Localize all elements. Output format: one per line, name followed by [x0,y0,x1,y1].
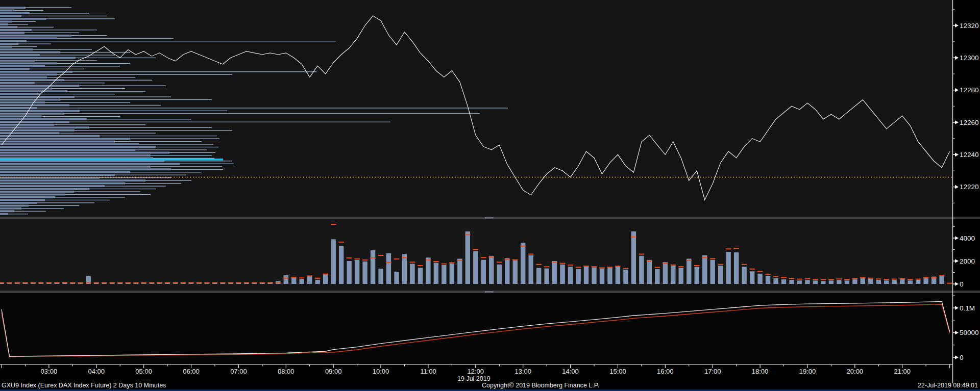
volume-bar [600,269,604,284]
profile-row [0,183,125,185]
axis-label: 12300 [960,54,979,62]
axis-label: 12220 [960,183,979,191]
volume-avg-dash [204,282,210,283]
time-axis-label: 08:00 [278,368,295,375]
volume-avg-dash [62,282,68,283]
profile-row-thin [0,108,508,108]
chart-svg[interactable]: 1232012300122801226012240122204000200000… [0,0,980,391]
volume-avg-dash [837,278,842,279]
volume-avg-dash [789,278,795,279]
volume-avg-dash [102,282,107,283]
bloomberg-chart[interactable]: 1232012300122801226012240122204000200000… [0,0,980,391]
volume-bar [544,269,549,284]
volume-avg-dash [813,279,818,280]
volume-avg-dash [465,234,471,235]
volume-bar [663,262,668,284]
volume-bar [607,267,612,284]
profile-row [0,174,115,176]
profile-row [0,124,54,126]
volume-bar [837,280,841,284]
volume-bar [331,239,335,284]
volume-bar [876,280,881,284]
divider-drag-handle[interactable] [485,218,494,219]
volume-avg-dash [267,282,273,283]
profile-row [0,20,12,22]
axis-label: 0 [960,280,964,288]
volume-bar [568,267,573,284]
profile-row [0,73,57,75]
volume-bar [181,283,185,284]
profile-row [0,135,100,137]
time-axis-label: 05:00 [135,368,152,375]
volume-avg-dash [528,254,534,255]
volume-avg-dash [694,265,700,266]
profile-row [0,88,52,90]
profile-row [0,10,14,12]
volume-avg-dash [54,282,60,283]
profile-row [0,143,139,145]
volume-bar [718,266,723,284]
volume-bar [655,269,659,284]
time-axis-label: 03:00 [41,368,58,375]
volume-bar [647,260,652,284]
volume-avg-dash [923,277,929,278]
volume-avg-dash [386,262,391,263]
volume-avg-dash [197,282,202,283]
volume-avg-dash [844,279,850,280]
profile-row [0,138,130,140]
profile-row [0,163,180,165]
status-copyright: Copyright© 2019 Bloomberg Finance L.P. [482,382,599,389]
profile-row-thin [0,113,480,114]
volume-bar [536,268,541,284]
axis-label: 12240 [960,151,979,159]
volume-avg-dash [678,266,684,267]
volume-bar [362,262,367,284]
volume-bar [939,276,944,284]
volume-avg-dash [805,278,811,279]
volume-bar [631,231,636,284]
volume-avg-dash [781,277,787,278]
volume-avg-dash [165,282,170,283]
volume-avg-dash [109,282,115,283]
volume-bar [110,283,114,284]
profile-row [0,105,69,107]
profile-row [0,115,42,117]
volume-bar [821,281,825,284]
volume-avg-dash [536,264,542,265]
volume-avg-dash [473,249,479,250]
volume-avg-dash [347,257,352,258]
volume-avg-dash [552,262,557,263]
profile-row [0,65,45,67]
volume-bar [805,280,810,284]
volume-avg-dash [260,282,265,283]
volume-avg-dash [244,282,250,283]
profile-row [0,199,45,201]
volume-bar [228,283,233,284]
volume-avg-dash [173,282,178,283]
volume-avg-dash [568,265,573,266]
volume-avg-dash [331,224,336,225]
volume-bar [845,280,849,284]
volume-avg-dash [876,278,881,279]
volume-avg-dash [592,266,597,267]
profile-row [0,48,33,50]
profile-row [0,121,69,123]
profile-row [0,191,74,193]
volume-avg-dash [220,282,226,283]
profile-row [0,110,80,112]
volume-avg-dash [686,260,692,261]
profile-row [0,85,79,87]
volume-avg-dash [512,259,518,260]
volume-bar [829,280,834,284]
profile-row [0,213,8,215]
volume-avg-dash [560,263,566,264]
volume-avg-dash [726,248,731,249]
volume-bar [173,283,178,284]
divider-drag-handle[interactable] [485,292,494,293]
volume-avg-dash [236,282,241,283]
profile-row [0,43,18,45]
profile-row [0,194,65,196]
volume-avg-dash [599,268,605,269]
profile-row [0,90,67,92]
volume-bar [465,231,470,284]
